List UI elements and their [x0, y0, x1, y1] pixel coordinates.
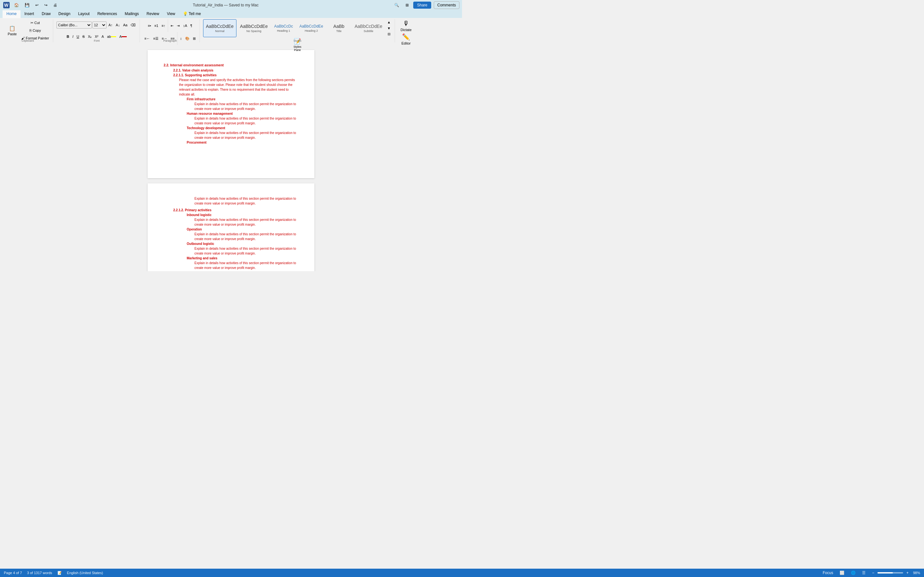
body-marketing: Explain in details how activities of thi… [164, 261, 298, 270]
change-case-button[interactable]: Aa [122, 21, 129, 29]
tab-references[interactable]: References [94, 10, 121, 18]
subsubsection-2211: 2.2.1.1. Supporting activities [164, 73, 298, 77]
app-icons: W 🏠 💾 ↩ ↪ 🖨 [3, 1, 59, 9]
subsubsection-2212: 2.2.1.2. Primary activities [164, 208, 298, 213]
document-title: Tutorial_Air_India — Saved to my Mac [61, 3, 390, 7]
ribbon-group-paragraph: ≡• ≡1 ≡↑ ⇤ ⇥ ↕A ¶ ≡← ≡☰ ≡→ ≡≡ ↕ 🎨 ⊞ Para… [141, 19, 200, 42]
home-button[interactable]: 🏠 [12, 2, 21, 8]
style-title[interactable]: AaBb Title [326, 19, 351, 37]
clipboard-group: 📋 Paste ✂ Cut ⎘ Copy 🖌 Format Painter [5, 19, 50, 42]
para-row2: ≡← ≡☰ ≡→ ≡≡ ↕ 🎨 ⊞ [143, 32, 197, 45]
subsection-221: 2.2.1. Value chain analysis [164, 68, 298, 73]
tab-insert[interactable]: Insert [21, 10, 38, 18]
decrease-indent-button[interactable]: ⇤ [170, 22, 175, 29]
item-firm-infra: Firm infrastructure [164, 97, 298, 102]
divider1 [168, 19, 168, 32]
ribbon-toggle[interactable]: ⊞ [404, 2, 411, 8]
numbering-button[interactable]: ≡1 [153, 22, 160, 29]
body-procurement: Explain in details how activities of thi… [164, 196, 298, 206]
styles-more[interactable]: ⊟ [386, 31, 392, 37]
clipboard-secondary: ✂ Cut ⎘ Copy 🖌 Format Painter [20, 19, 50, 42]
comments-button[interactable]: Comments [434, 1, 459, 9]
style-heading2[interactable]: AaBbCcDdEe Heading 2 [296, 19, 326, 37]
item-service: Service [164, 270, 298, 271]
font-size-select[interactable]: 12 [92, 21, 107, 29]
cut-button[interactable]: ✂ Cut [20, 19, 50, 26]
undo-button[interactable]: ↩ [33, 2, 40, 8]
tab-layout[interactable]: Layout [74, 10, 94, 18]
clipboard-label: Clipboard [3, 39, 53, 42]
item-hrm: Human resource management [164, 111, 298, 116]
increase-font-button[interactable]: A↑ [107, 21, 114, 29]
style-subtitle[interactable]: AaBbCcDdEe Subtitle [352, 19, 385, 37]
multilevel-list-button[interactable]: ≡↑ [160, 22, 166, 29]
bullets-button[interactable]: ≡• [147, 22, 152, 29]
styles-scroll: ▲ ▼ ⊟ [386, 19, 392, 37]
body-operation: Explain in details how activities of thi… [164, 232, 298, 242]
page-1-content: 2.2. Internal environment assessment 2.2… [164, 63, 298, 145]
item-marketing: Marketing and sales [164, 256, 298, 261]
editor-icon: ✏️ [402, 33, 410, 41]
body-tech-dev: Explain in details how activities of thi… [164, 131, 298, 140]
styles-scroll-up[interactable]: ▲ [386, 19, 392, 25]
copy-button[interactable]: ⎘ Copy [20, 27, 50, 34]
tab-tellme[interactable]: 💡 Tell me [179, 10, 205, 18]
ribbon-group-clipboard: 📋 Paste ✂ Cut ⎘ Copy 🖌 Format Painter Cl… [3, 19, 53, 42]
decrease-font-button[interactable]: A↓ [115, 21, 121, 29]
main-area: 2.2. Internal environment assessment 2.2… [0, 44, 462, 271]
body-firm-infra: Explain in details how activities of thi… [164, 102, 298, 111]
document-area[interactable]: 2.2. Internal environment assessment 2.2… [0, 44, 462, 271]
styles-label: Styles [200, 39, 395, 42]
dictate-icon: 🎙 [403, 20, 409, 27]
ribbon-group-styles: AaBbCcDdEe Normal AaBbCcDdEe No Spacing … [200, 19, 395, 42]
show-formatting-button[interactable]: ¶ [189, 22, 194, 29]
font-label: Font [54, 39, 140, 42]
title-bar: W 🏠 💾 ↩ ↪ 🖨 Tutorial_Air_India — Saved t… [0, 0, 462, 10]
section-title-22: 2.2. Internal environment assessment [164, 63, 298, 68]
tab-review[interactable]: Review [143, 10, 163, 18]
page-2-content: Explain in details how activities of thi… [164, 196, 298, 271]
item-tech-dev: Technology development [164, 126, 298, 131]
item-procurement: Procurement [164, 140, 298, 145]
dictate-button[interactable]: 🎙 Dictate [398, 19, 414, 32]
divider2 [177, 32, 178, 45]
increase-indent-button[interactable]: ⇥ [176, 22, 181, 29]
styles-gallery: AaBbCcDdEe Normal AaBbCcDdEe No Spacing … [203, 19, 392, 37]
page-1: 2.2. Internal environment assessment 2.2… [148, 50, 314, 178]
paste-icon: 📋 [9, 25, 15, 31]
word-icon: W [3, 1, 10, 9]
ribbon-group-font: Calibri (Bo... 12 A↑ A↓ Aa ⌫ B I U S X₂ … [54, 19, 140, 42]
search-button[interactable]: 🔍 [393, 2, 401, 8]
styles-scroll-down[interactable]: ▼ [386, 25, 392, 31]
page-2: Explain in details how activities of thi… [148, 183, 314, 271]
tab-view[interactable]: View [163, 10, 179, 18]
title-right-actions: 🔍 ⊞ Share Comments [393, 1, 459, 9]
clear-format-button[interactable]: ⌫ [129, 21, 137, 29]
para-row1: ≡• ≡1 ≡↑ ⇤ ⇥ ↕A ¶ [147, 19, 194, 32]
sort-button[interactable]: ↕A [182, 22, 188, 29]
tab-mailings[interactable]: Mailings [121, 10, 143, 18]
ribbon-content: 📋 Paste ✂ Cut ⎘ Copy 🖌 Format Painter Cl… [0, 18, 462, 44]
lightbulb-icon: 💡 [183, 11, 188, 16]
item-operation: Operation [164, 227, 298, 232]
ribbon-tabs: Home Insert Draw Design Layout Reference… [0, 10, 462, 18]
share-button[interactable]: Share [413, 2, 431, 9]
item-outbound: Outbound logistic [164, 242, 298, 246]
tab-design[interactable]: Design [55, 10, 74, 18]
svg-text:W: W [4, 3, 9, 8]
paragraph-label: Paragraph [141, 39, 200, 42]
style-heading1[interactable]: AaBbCcDc Heading 1 [271, 19, 296, 37]
body-supporting: Please read the case and specify the act… [164, 77, 298, 97]
tab-draw[interactable]: Draw [38, 10, 55, 18]
tab-home[interactable]: Home [3, 10, 21, 18]
font-family-select[interactable]: Calibri (Bo... [57, 21, 92, 29]
editor-button[interactable]: ✏️ Editor [399, 32, 413, 46]
print-button[interactable]: 🖨 [51, 2, 59, 8]
style-no-spacing[interactable]: AaBbCcDdEe No Spacing [237, 19, 270, 37]
save-button[interactable]: 💾 [23, 2, 31, 8]
body-inbound: Explain in details how activities of thi… [164, 218, 298, 227]
redo-button[interactable]: ↪ [42, 2, 49, 8]
paste-button[interactable]: 📋 Paste [5, 21, 19, 40]
body-outbound: Explain in details how activities of thi… [164, 246, 298, 256]
style-normal[interactable]: AaBbCcDdEe Normal [203, 19, 236, 37]
